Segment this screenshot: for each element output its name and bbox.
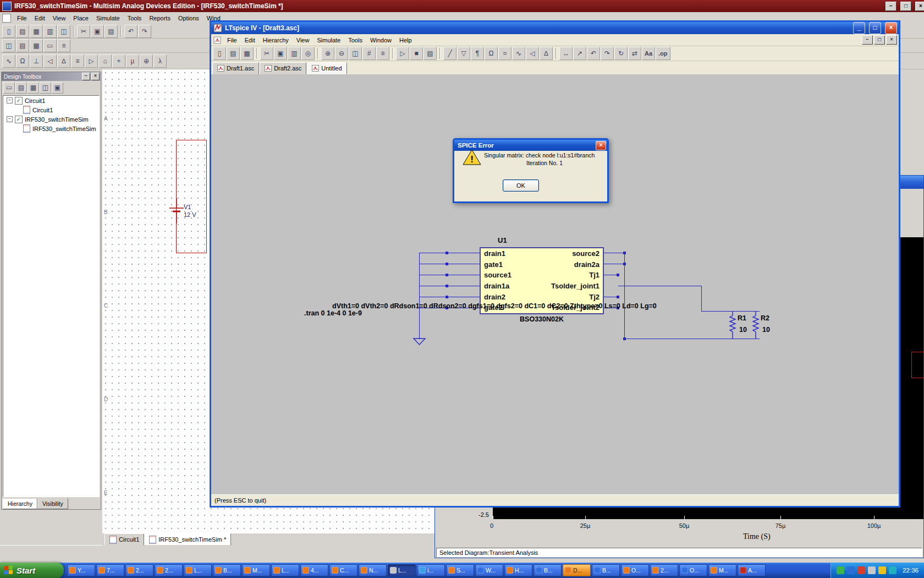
taskbar-item[interactable]: Y... <box>67 564 95 576</box>
tab-draft2[interactable]: Draft2.asc <box>260 62 306 74</box>
drag-icon[interactable]: ↗ <box>573 47 586 60</box>
dt-view-icon[interactable]: ◫ <box>40 82 51 94</box>
tree-item-irf530-page[interactable]: IRF530_switchTimeSim <box>3 124 99 133</box>
mirror-icon[interactable]: ⇄ <box>628 47 641 60</box>
toolbar-icon[interactable]: ▦ <box>30 39 43 52</box>
resistor-r1-symbol[interactable] <box>729 311 736 339</box>
ok-button[interactable]: OK <box>503 179 539 192</box>
paste-icon[interactable]: ▥ <box>288 47 301 60</box>
ltspice-titlebar[interactable]: LTspice IV - [Draft3.asc] _ □ × <box>211 22 899 34</box>
component-toolbar-icon[interactable]: ▷ <box>85 54 98 68</box>
menu-reports[interactable]: Reports <box>145 13 174 23</box>
battery-symbol[interactable] <box>167 198 186 223</box>
taskbar-item[interactable]: 2... <box>155 564 183 576</box>
print-icon[interactable]: ▥ <box>43 25 57 38</box>
dt-new-icon[interactable]: ▭ <box>3 82 15 94</box>
lt-menu-tools[interactable]: Tools <box>344 35 366 45</box>
menu-place[interactable]: Place <box>69 13 92 23</box>
taskbar-item[interactable]: M... <box>242 564 270 576</box>
menu-simulate[interactable]: Simulate <box>92 13 124 23</box>
ground-icon[interactable]: ▽ <box>457 47 470 60</box>
cut-icon[interactable]: ✂ <box>260 47 273 60</box>
redo-icon[interactable]: ↷ <box>601 47 614 60</box>
new-schematic-icon[interactable]: ▯ <box>213 47 226 60</box>
child-close-button[interactable]: × <box>886 35 897 45</box>
lt-menu-hierarchy[interactable]: Hierarchy <box>259 35 293 45</box>
tray-icon[interactable] <box>837 566 844 574</box>
lt-menu-view[interactable]: View <box>293 35 314 45</box>
tree-item-circuit1[interactable]: − ✓ Circuit1 <box>3 96 99 105</box>
zoom-in-icon[interactable]: ⊕ <box>321 47 334 60</box>
tree-expand-icon[interactable]: − <box>7 97 13 103</box>
dt-copy-icon[interactable]: ▣ <box>52 82 63 94</box>
taskbar-item[interactable]: A... <box>738 564 766 576</box>
panel-close-button[interactable]: × <box>91 73 100 80</box>
dialog-close-button[interactable]: × <box>596 141 606 150</box>
redo-icon[interactable]: ↷ <box>138 25 151 38</box>
taskbar-item[interactable]: M... <box>708 564 736 576</box>
taskbar-item[interactable]: B... <box>213 564 241 576</box>
toolbar-icon[interactable]: ▤ <box>16 39 29 52</box>
tree-item-circuit1-page[interactable]: Circuit1 <box>3 105 99 114</box>
tab-visibility[interactable]: Visibility <box>37 498 68 509</box>
toolbar-icon[interactable]: ≡ <box>57 39 70 52</box>
undo-icon[interactable]: ↶ <box>587 47 600 60</box>
ltspice-close-button[interactable]: × <box>885 22 897 34</box>
open-folder-icon[interactable]: ▤ <box>227 47 240 60</box>
save-icon[interactable]: ▦ <box>30 25 43 38</box>
netlist-icon[interactable]: ≡ <box>376 47 389 60</box>
taskbar-item[interactable]: 4... <box>300 564 328 576</box>
lt-menu-edit[interactable]: Edit <box>241 35 259 45</box>
taskbar-item[interactable]: i... <box>417 564 445 576</box>
taskbar-item[interactable]: C... <box>329 564 358 576</box>
resistor-r2-symbol[interactable] <box>752 311 760 339</box>
toolbar-icon[interactable]: ▭ <box>43 39 57 52</box>
taskbar-item[interactable]: W... <box>475 564 503 576</box>
text-icon[interactable]: Aa <box>642 47 655 60</box>
component-toolbar-icon[interactable]: ∿ <box>2 54 15 68</box>
taskbar-item[interactable]: B... <box>534 564 562 576</box>
tray-icon[interactable] <box>868 566 876 574</box>
taskbar-item[interactable]: O... <box>621 564 649 576</box>
find-icon[interactable]: ◎ <box>301 47 315 60</box>
menu-file[interactable]: File <box>13 13 31 23</box>
copy-icon[interactable]: ▣ <box>91 25 104 38</box>
panel-minimize-button[interactable]: − <box>82 73 90 80</box>
menu-tools[interactable]: Tools <box>124 13 146 23</box>
lt-menu-simulate[interactable]: Simulate <box>313 35 344 45</box>
taskbar-item[interactable]: L... <box>271 564 299 576</box>
taskbar-clock[interactable]: 22:36 <box>903 567 919 574</box>
component-toolbar-icon[interactable]: µ <box>126 54 139 68</box>
wire-icon[interactable]: ╱ <box>443 47 457 60</box>
taskbar-item[interactable]: H... <box>504 564 532 576</box>
zoom-out-icon[interactable]: ⊖ <box>335 47 348 60</box>
component-toolbar-icon[interactable]: ∆ <box>57 54 70 68</box>
tray-icon[interactable] <box>847 566 855 574</box>
taskbar-item[interactable]: L... <box>184 564 212 576</box>
spice-directive-icon[interactable]: .op <box>656 47 670 60</box>
taskbar-item[interactable]: O... <box>679 564 707 576</box>
grid-icon[interactable]: # <box>362 47 376 60</box>
menu-options[interactable]: Options <box>174 13 203 23</box>
rotate-icon[interactable]: ↻ <box>614 47 628 60</box>
tab-hierarchy[interactable]: Hierarchy <box>3 498 37 509</box>
ltspice-minimize-button[interactable]: _ <box>853 22 865 34</box>
dt-save-icon[interactable]: ▦ <box>28 82 39 94</box>
component-toolbar-icon[interactable]: λ <box>153 54 167 68</box>
diode-icon[interactable]: ◁ <box>526 47 539 60</box>
start-button[interactable]: Start <box>0 563 64 578</box>
multisim-maximize-button[interactable]: □ <box>900 2 911 11</box>
component-toolbar-icon[interactable]: ≡ <box>71 54 84 68</box>
cut-icon[interactable]: ✂ <box>77 25 90 38</box>
tab-draft1[interactable]: Draft1.asc <box>212 62 259 74</box>
multisim-minimize-button[interactable]: − <box>886 2 897 11</box>
tree-item-irf530[interactable]: − ✓ IRF530_switchTimeSim <box>3 114 99 124</box>
move-icon[interactable]: ↔ <box>559 47 573 60</box>
component-icon[interactable]: ∆ <box>540 47 553 60</box>
tray-icon[interactable] <box>889 566 897 574</box>
tree-expand-icon[interactable]: − <box>7 116 13 122</box>
tree-checkbox-icon[interactable]: ✓ <box>15 116 23 123</box>
dt-open-icon[interactable]: ▤ <box>15 82 27 94</box>
sheet-tab-irf530[interactable]: IRF530_switchTimeSim * <box>144 533 231 546</box>
open-icon[interactable]: ▤ <box>16 25 29 38</box>
